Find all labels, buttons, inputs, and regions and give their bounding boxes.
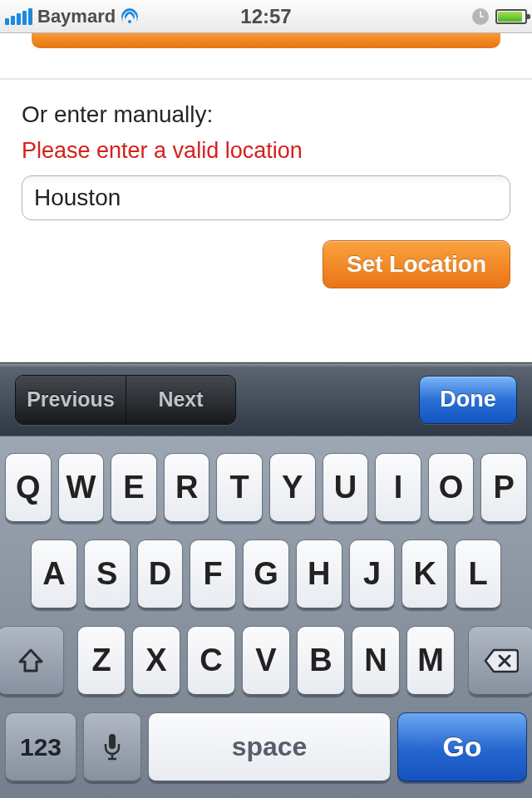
backspace-key[interactable] bbox=[468, 626, 532, 696]
key-o[interactable]: O bbox=[428, 453, 475, 523]
key-w[interactable]: W bbox=[58, 453, 105, 523]
key-i[interactable]: I bbox=[375, 453, 421, 523]
status-bar: Baymard 12:57 bbox=[0, 0, 532, 33]
backspace-icon bbox=[484, 648, 519, 673]
shift-icon bbox=[17, 647, 45, 675]
shift-key[interactable] bbox=[0, 626, 64, 696]
signal-icon bbox=[5, 8, 32, 25]
manual-location-section: Or enter manually: Please enter a valid … bbox=[0, 78, 532, 310]
button-row: Set Location bbox=[22, 240, 510, 288]
next-button[interactable]: Next bbox=[126, 376, 235, 424]
keyboard-row-1: QWERTYUIOP bbox=[5, 453, 527, 523]
status-right bbox=[353, 8, 527, 25]
battery-icon bbox=[495, 9, 527, 24]
key-d[interactable]: D bbox=[137, 539, 184, 609]
carrier-label: Baymard bbox=[37, 6, 116, 27]
location-input[interactable] bbox=[22, 175, 510, 220]
keyboard-row-3: ZXCVBNM bbox=[5, 626, 527, 696]
key-v[interactable]: V bbox=[242, 626, 290, 696]
key-k[interactable]: K bbox=[401, 539, 448, 609]
key-j[interactable]: J bbox=[349, 539, 396, 609]
key-y[interactable]: Y bbox=[269, 453, 316, 523]
status-left: Baymard bbox=[5, 6, 179, 27]
svg-rect-0 bbox=[109, 734, 116, 749]
key-l[interactable]: L bbox=[455, 539, 501, 609]
prev-next-segment: Previous Next bbox=[15, 375, 236, 425]
key-b[interactable]: B bbox=[297, 626, 345, 696]
keyboard-row-2: ASDFGHJKL bbox=[5, 539, 527, 609]
dictation-key[interactable] bbox=[83, 712, 141, 782]
key-q[interactable]: Q bbox=[5, 453, 52, 523]
key-f[interactable]: F bbox=[190, 539, 236, 609]
key-c[interactable]: C bbox=[187, 626, 235, 696]
numeric-key[interactable]: 123 bbox=[5, 712, 76, 782]
key-p[interactable]: P bbox=[480, 453, 527, 523]
microphone-icon bbox=[102, 732, 122, 762]
key-h[interactable]: H bbox=[296, 539, 342, 609]
wifi-icon bbox=[121, 7, 139, 26]
page-content: Or enter manually: Please enter a valid … bbox=[0, 33, 532, 310]
top-banner-edge bbox=[32, 33, 500, 48]
error-message: Please enter a valid location bbox=[22, 138, 510, 164]
key-e[interactable]: E bbox=[111, 453, 157, 523]
previous-button[interactable]: Previous bbox=[16, 376, 126, 424]
key-n[interactable]: N bbox=[352, 626, 400, 696]
key-z[interactable]: Z bbox=[77, 626, 126, 696]
key-a[interactable]: A bbox=[31, 539, 77, 609]
done-button[interactable]: Done bbox=[419, 376, 517, 424]
space-key[interactable]: space bbox=[148, 712, 391, 782]
keyboard-row-4: 123 space Go bbox=[5, 712, 527, 782]
section-label: Or enter manually: bbox=[22, 101, 510, 128]
clock-icon bbox=[472, 8, 489, 25]
keyboard: QWERTYUIOP ASDFGHJKL ZXCVBNM 123 space G… bbox=[0, 436, 532, 798]
set-location-button[interactable]: Set Location bbox=[323, 240, 510, 288]
key-g[interactable]: G bbox=[243, 539, 289, 609]
key-s[interactable]: S bbox=[84, 539, 131, 609]
go-key[interactable]: Go bbox=[397, 712, 527, 782]
clock-time: 12:57 bbox=[179, 5, 352, 28]
key-x[interactable]: X bbox=[132, 626, 180, 696]
form-assistant-bar: Previous Next Done bbox=[0, 362, 532, 436]
key-r[interactable]: R bbox=[164, 453, 210, 523]
key-m[interactable]: M bbox=[406, 626, 455, 696]
key-t[interactable]: T bbox=[216, 453, 263, 523]
key-u[interactable]: U bbox=[323, 453, 369, 523]
